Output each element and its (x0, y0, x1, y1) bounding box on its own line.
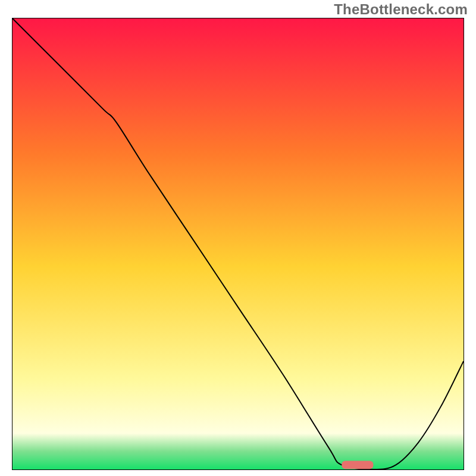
plot-area (12, 18, 464, 470)
optimum-marker (342, 461, 373, 469)
watermark-text: TheBottleneck.com (334, 1, 468, 18)
plot-svg (12, 18, 464, 469)
chart-stage: TheBottleneck.com (0, 0, 476, 476)
